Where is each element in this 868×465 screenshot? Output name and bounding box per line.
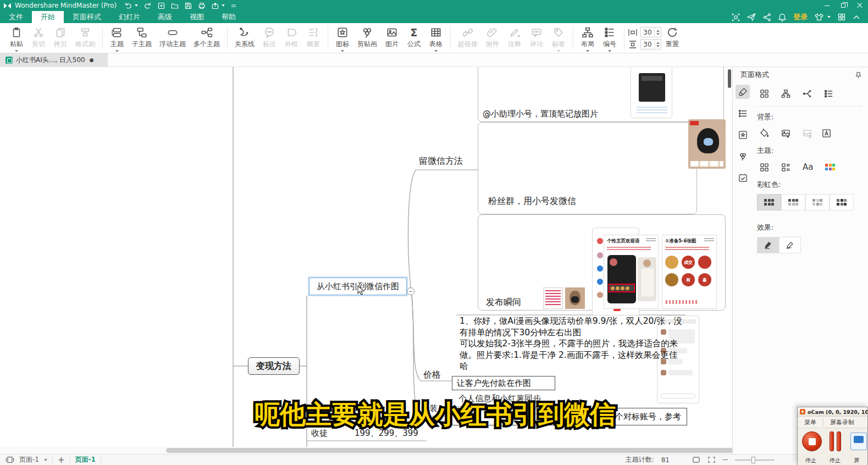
layout-button[interactable]: 布局: [577, 23, 599, 52]
format-tool-button[interactable]: [736, 85, 750, 99]
restore-button[interactable]: [835, 0, 852, 11]
open-folder-icon[interactable]: [171, 2, 179, 9]
send-icon[interactable]: [747, 13, 756, 21]
clipart-library-button[interactable]: [736, 149, 750, 163]
share-icon[interactable]: [763, 13, 771, 21]
node-price-description[interactable]: 1、你好，做Ai漫画头像现活动价单9.9/张，双人20/张，没 有排单的情况下3…: [460, 315, 687, 372]
page-manager-icon[interactable]: [5, 456, 14, 463]
export-caret-icon[interactable]: [222, 4, 225, 7]
vertical-scrollbar[interactable]: [728, 69, 731, 88]
menu-view[interactable]: 视图: [181, 11, 213, 23]
topic-button[interactable]: 主题: [106, 23, 128, 52]
tshirt-caret-icon[interactable]: [827, 16, 831, 18]
theme-font-dropdown[interactable]: Aa: [800, 160, 818, 174]
theme-color-dropdown[interactable]: [822, 162, 840, 173]
theme-gallery-dropdown[interactable]: [757, 160, 774, 174]
new-document-icon[interactable]: [158, 2, 165, 9]
floating-topic-button[interactable]: 浮动主题: [156, 23, 190, 49]
undo-caret-icon[interactable]: [135, 4, 138, 7]
summary-button[interactable]: 概要: [302, 23, 324, 49]
node-keep-wechat-method[interactable]: 留微信方法: [419, 156, 463, 167]
rainbow-option-3[interactable]: [805, 194, 830, 211]
undo-icon[interactable]: [124, 2, 132, 9]
fit-to-window-icon[interactable]: [692, 456, 700, 463]
zoom-out-icon[interactable]: [723, 460, 728, 461]
menu-home[interactable]: 开始: [32, 11, 64, 23]
login-button[interactable]: 登录: [793, 12, 808, 22]
menu-page-style[interactable]: 页面样式: [64, 11, 110, 23]
formula-button[interactable]: Σ 公式: [403, 23, 425, 49]
page-dropdown[interactable]: 页面-1: [19, 455, 39, 464]
menu-slideshow[interactable]: 幻灯片: [110, 11, 149, 23]
background-image-dropdown[interactable]: [778, 126, 795, 140]
format-painter-button[interactable]: 格式刷: [71, 23, 99, 49]
effect-option-sketch[interactable]: [779, 237, 801, 253]
fullscreen-icon[interactable]: [707, 456, 716, 463]
multi-topic-button[interactable]: 多个主题: [190, 23, 224, 49]
map-layout-dropdown[interactable]: [757, 87, 774, 101]
reset-button[interactable]: 重置: [661, 23, 683, 49]
menu-advanced[interactable]: 高级: [149, 11, 181, 23]
menu-file[interactable]: 文件: [0, 11, 32, 23]
horizontal-scrollbar-track[interactable]: [0, 447, 732, 454]
clipart-button[interactable]: 剪贴画: [353, 23, 381, 49]
print-icon[interactable]: [198, 2, 206, 9]
structure-dropdown[interactable]: [778, 87, 795, 101]
node-pay-first[interactable]: 让客户先付款在作图: [452, 376, 555, 390]
spin-up-icon[interactable]: [656, 42, 660, 44]
add-page-button[interactable]: +: [58, 455, 65, 465]
fill-color-dropdown[interactable]: [757, 126, 774, 140]
zoom-slider[interactable]: [735, 460, 775, 461]
theme-layout-dropdown[interactable]: [778, 160, 795, 174]
watermark-dropdown[interactable]: [819, 126, 836, 140]
task-panel-button[interactable]: [736, 170, 750, 185]
assistant-note-text[interactable]: @小助理小号，置顶笔记放图片: [483, 109, 598, 119]
hyperlink-button[interactable]: 超链接: [454, 23, 482, 49]
page-dropdown-caret-icon[interactable]: [44, 459, 47, 461]
node-monetization-method[interactable]: 变现方法: [248, 357, 300, 375]
node-price[interactable]: 价格: [423, 369, 441, 381]
close-button[interactable]: [852, 0, 868, 11]
icon-library-button[interactable]: [736, 128, 750, 142]
comment-button[interactable]: 评论: [526, 23, 548, 49]
rainbow-option-2[interactable]: [781, 194, 805, 211]
tshirt-icon[interactable]: [815, 13, 823, 21]
relation-button[interactable]: 关系线: [231, 23, 258, 49]
spin-down-icon[interactable]: [656, 33, 660, 35]
attachment-button[interactable]: 附件: [482, 23, 504, 49]
rainbow-option-4[interactable]: [830, 194, 854, 211]
ocam-record-tab[interactable]: 屏幕录制: [823, 418, 861, 427]
numbering-dropdown[interactable]: [821, 87, 838, 101]
rainbow-option-1[interactable]: [757, 194, 781, 211]
scan-qr-icon[interactable]: [732, 13, 740, 21]
customize-toolbar-icon[interactable]: [231, 3, 236, 8]
ocam-title-bar[interactable]: oCam (0, 0, 1920, 108: [798, 407, 867, 417]
mindmap-canvas[interactable]: @小助理小号，置顶笔记放图片 粉丝群，用小号发微信 发布瞬间: [0, 67, 732, 454]
vertical-spacing-input[interactable]: 30: [640, 39, 661, 49]
pin-panel-icon[interactable]: [855, 71, 861, 79]
export-icon[interactable]: [212, 2, 219, 9]
collapse-toggle-button[interactable]: [407, 287, 414, 295]
cut-button[interactable]: 剪切: [27, 23, 49, 49]
apps-grid-icon[interactable]: [838, 13, 845, 21]
zoom-slider-handle[interactable]: [751, 457, 755, 463]
save-icon[interactable]: [185, 2, 192, 9]
spin-down-icon[interactable]: [656, 45, 660, 47]
subtopic-button[interactable]: 子主题: [128, 23, 156, 49]
ocam-pause-button[interactable]: [830, 431, 842, 451]
picture-button[interactable]: 图片: [381, 23, 403, 49]
publish-moment-text[interactable]: 发布瞬间: [486, 297, 521, 308]
ocam-stop-button[interactable]: [802, 431, 822, 451]
callout-button[interactable]: 标注: [258, 23, 280, 49]
document-tab[interactable]: 小红书AI头..., 日入500 ●: [0, 53, 108, 67]
copy-button[interactable]: 拷贝: [49, 23, 71, 49]
ocam-screen-button[interactable]: [850, 433, 867, 450]
note-button[interactable]: 注释: [504, 23, 526, 49]
redo-icon[interactable]: [144, 2, 152, 9]
tag-button[interactable]: 标签: [548, 23, 570, 52]
ocam-menu-button[interactable]: 菜单: [798, 418, 823, 427]
minimize-button[interactable]: [819, 0, 835, 11]
collapse-ribbon-icon[interactable]: [853, 15, 860, 20]
menu-help[interactable]: 帮助: [213, 11, 245, 23]
effect-option-normal[interactable]: [757, 237, 779, 253]
